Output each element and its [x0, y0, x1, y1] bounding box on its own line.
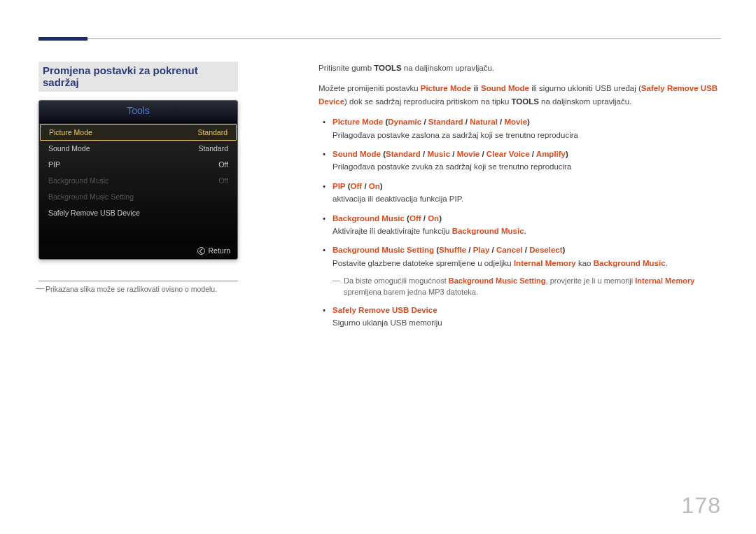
left-footnote: Prikazana slika može se razlikovati ovis…	[38, 284, 238, 295]
spec-safely-remove: Safely Remove USB Device Sigurno uklanja…	[332, 304, 721, 330]
spec-list: Picture Mode (Dynamic / Standard / Natur…	[318, 115, 721, 269]
tools-row-safely-remove-usb[interactable]: Safely Remove USB Device	[40, 205, 237, 221]
tools-row-sound-mode[interactable]: Sound Mode Standard	[40, 141, 237, 157]
tools-row-label: Picture Mode	[49, 128, 92, 136]
tools-row-background-music-setting: Background Music Setting	[40, 189, 237, 205]
section-title: Promjena postavki za pokrenut sadržaj	[38, 62, 238, 92]
tools-row-value: Standard	[197, 128, 227, 136]
tools-row-value: Standard	[198, 144, 228, 153]
inline-note: Da biste omogućili mogućnost Background …	[332, 276, 721, 298]
top-accent-bar	[38, 37, 88, 41]
tools-row-label: PIP	[48, 160, 60, 169]
tools-row-picture-mode[interactable]: Picture Mode Standard	[40, 124, 237, 141]
page-number: 178	[682, 493, 721, 519]
spec-picture-mode: Picture Mode (Dynamic / Standard / Natur…	[332, 115, 721, 141]
tools-panel-header: Tools	[39, 101, 237, 123]
tools-panel: Tools Picture Mode Standard Sound Mode S…	[38, 100, 238, 260]
tools-row-label: Sound Mode	[48, 144, 90, 153]
return-label[interactable]: Return	[208, 246, 230, 255]
tools-row-label: Background Music Setting	[48, 192, 134, 201]
tools-row-background-music: Background Music Off	[40, 173, 237, 189]
tools-row-value: Off	[218, 160, 228, 169]
spec-background-music-setting: Background Music Setting (Shuffle / Play…	[332, 244, 721, 269]
spec-sound-mode: Sound Mode (Standard / Music / Movie / C…	[332, 148, 721, 174]
return-icon[interactable]	[197, 247, 205, 255]
intro-line-2: Možete promijeniti postavku Picture Mode…	[318, 82, 721, 108]
tools-panel-footer: Return	[39, 243, 237, 259]
tools-panel-gap	[40, 221, 237, 242]
tools-panel-body: Picture Mode Standard Sound Mode Standar…	[39, 123, 237, 243]
spec-pip: PIP (Off / On) aktivacija ili deaktivaci…	[332, 180, 721, 206]
tools-row-value: Off	[218, 176, 228, 185]
spec-background-music: Background Music (Off / On) Aktivirajte …	[332, 212, 721, 238]
spec-list-2: Safely Remove USB Device Sigurno uklanja…	[318, 304, 721, 330]
tools-row-label: Background Music	[48, 176, 108, 185]
footnote-rule	[38, 281, 238, 281]
tools-row-pip[interactable]: PIP Off	[40, 157, 237, 173]
description-column: Pritisnite gumb TOOLS na daljinskom upra…	[318, 62, 721, 336]
intro-line-1: Pritisnite gumb TOOLS na daljinskom upra…	[318, 62, 721, 74]
top-rule	[38, 38, 721, 39]
tools-row-label: Safely Remove USB Device	[48, 209, 140, 217]
